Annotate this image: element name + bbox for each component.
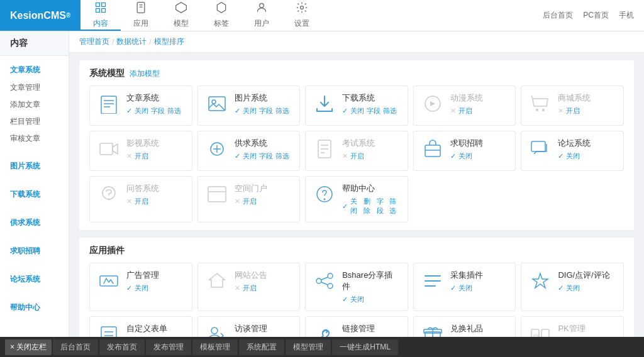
nav-item-内容[interactable]: 内容 (80, 0, 121, 31)
bottom-item-发布首页[interactable]: 发布首页 (99, 339, 145, 355)
status-字段[interactable]: 字段 (377, 197, 387, 216)
check-icon: ✓ (126, 284, 132, 292)
model-icon (175, 1, 187, 16)
sidebar-group-title-求职招聘[interactable]: 求职招聘 (0, 242, 69, 260)
card-图片系统[interactable]: 图片系统✓关闭字段筛选 (197, 85, 301, 126)
card-帮助中心[interactable]: 帮助中心✓关闭删除字段筛选 (305, 176, 408, 222)
card-DIG/点评/评论[interactable]: DIG/点评/评论✓关闭 (521, 263, 624, 311)
card-空间门户[interactable]: 空间门户✕开启 (197, 176, 301, 222)
card-status: ✕开启 (342, 151, 400, 161)
add-model-link[interactable]: 添加模型 (130, 69, 160, 79)
card-求职招聘[interactable]: 求职招聘✓关闭 (413, 131, 516, 171)
status-关闭[interactable]: 关闭 (350, 106, 364, 116)
sidebar-group: 求职招聘 (0, 237, 69, 265)
status-删除[interactable]: 删除 (364, 197, 374, 216)
status-关闭[interactable]: 关闭 (458, 283, 472, 293)
status-开启[interactable]: 开启 (350, 151, 364, 161)
status-关闭[interactable]: 关闭 (566, 151, 580, 161)
status-字段[interactable]: 字段 (151, 106, 165, 116)
card-访谈管理[interactable]: 访谈管理✓关闭 (197, 316, 301, 337)
card-兑换礼品[interactable]: 兑换礼品✓关闭 (413, 316, 516, 337)
status-开启[interactable]: 开启 (243, 283, 257, 293)
nav-item-设置[interactable]: 设置 (282, 0, 322, 31)
card-考试系统[interactable]: 考试系统✕开启 (305, 131, 408, 171)
card-影视系统[interactable]: 影视系统✕开启 (89, 131, 192, 171)
card-动漫系统[interactable]: 动漫系统✕开启 (413, 85, 516, 126)
sidebar-group-title-论坛系统[interactable]: 论坛系统 (0, 270, 69, 288)
user-icon (255, 1, 268, 16)
card-status: ✕开启 (126, 197, 184, 206)
check-icon: ✓ (342, 295, 348, 304)
nav-right: 后台首页PC首页手机 (533, 0, 644, 31)
card-PK管理[interactable]: PKPK管理✕开启 (521, 316, 624, 337)
sidebar-group-title-图片系统[interactable]: 图片系统 (0, 157, 69, 175)
card-name: 考试系统 (342, 138, 400, 149)
card-供求系统[interactable]: 供求系统✓关闭字段筛选 (197, 131, 301, 171)
close-left-btn[interactable]: × 关闭左栏 (5, 339, 52, 355)
card-下载系统[interactable]: 下载系统✓关闭字段筛选 (305, 85, 408, 126)
card-文章系统[interactable]: 文章系统✓关闭字段筛选 (89, 85, 192, 126)
status-筛选[interactable]: 筛选 (383, 106, 397, 116)
cross-icon: ✕ (558, 107, 564, 115)
bottom-item-一键生成HTML[interactable]: 一键生成HTML (332, 339, 398, 355)
nav-item-用户[interactable]: 用户 (242, 0, 282, 31)
status-筛选[interactable]: 筛选 (389, 197, 400, 216)
bottom-item-后台首页[interactable]: 后台首页 (53, 339, 98, 355)
nav-right-后台首页[interactable]: 后台首页 (543, 10, 573, 21)
status-筛选[interactable]: 筛选 (275, 151, 289, 161)
card-采集插件[interactable]: 采集插件✓关闭 (413, 263, 516, 311)
card-Bshare分享插件[interactable]: Bshare分享插件✓关闭 (305, 263, 408, 311)
status-关闭[interactable]: 关闭 (135, 283, 148, 293)
sidebar-item-栏目管理[interactable]: 栏目管理 (0, 113, 69, 130)
systems-section: 系统模型 添加模型 文章系统✓关闭字段筛选图片系统✓关闭字段筛选下载系统✓关闭字… (79, 60, 634, 230)
sidebar-group-title-帮助中心[interactable]: 帮助中心 (0, 299, 69, 317)
nav-item-标签[interactable]: 标签 (201, 0, 242, 31)
status-关闭[interactable]: 关闭 (243, 151, 257, 161)
card-问答系统[interactable]: 问答系统✕开启 (89, 176, 192, 222)
bottom-item-系统配置[interactable]: 系统配置 (239, 339, 284, 355)
sidebar-group-title-供求系统[interactable]: 供求系统 (0, 214, 69, 232)
status-开启[interactable]: 开启 (243, 197, 257, 206)
status-关闭[interactable]: 关闭 (566, 283, 580, 293)
card-论坛系统[interactable]: 论坛系统✓关闭 (521, 131, 624, 171)
status-字段[interactable]: 字段 (259, 106, 273, 116)
nav-item-应用[interactable]: 应用 (121, 0, 161, 31)
sidebar-item-文章管理[interactable]: 文章管理 (0, 79, 69, 96)
status-关闭[interactable]: 关闭 (350, 197, 361, 216)
card-status: ✓关闭字段筛选 (235, 151, 292, 161)
status-关闭[interactable]: 关闭 (350, 295, 364, 304)
bottom-item-模板管理[interactable]: 模板管理 (192, 339, 238, 355)
card-自定义表单[interactable]: 自定义表单✓关闭 (89, 316, 192, 337)
status-开启[interactable]: 开启 (566, 106, 580, 116)
nav-right-手机[interactable]: 手机 (619, 10, 634, 21)
card-商城系统[interactable]: 商城系统✕开启 (521, 85, 624, 126)
sidebar-item-审核文章[interactable]: 审核文章 (0, 130, 69, 147)
status-筛选[interactable]: 筛选 (275, 106, 289, 116)
card-status: ✕开启 (450, 106, 508, 116)
status-开启[interactable]: 开启 (458, 106, 472, 116)
status-筛选[interactable]: 筛选 (167, 106, 181, 116)
sidebar-group-title-下载系统[interactable]: 下载系统 (0, 185, 69, 204)
status-开启[interactable]: 开启 (135, 151, 148, 161)
sidebar-item-添加文章[interactable]: 添加文章 (0, 96, 69, 113)
status-关闭[interactable]: 关闭 (243, 106, 257, 116)
status-字段[interactable]: 字段 (367, 106, 380, 116)
card-广告管理[interactable]: 广告管理✓关闭 (89, 263, 192, 311)
shop-icon (529, 92, 552, 115)
breadcrumb-item-0[interactable]: 管理首页 (79, 36, 109, 47)
card-name: 下载系统 (342, 92, 400, 104)
status-开启[interactable]: 开启 (135, 197, 148, 206)
card-网站公告[interactable]: 网站公告✕开启 (197, 263, 301, 311)
bottom-item-发布管理[interactable]: 发布管理 (146, 339, 191, 355)
cross-icon: ✕ (342, 152, 348, 160)
nav-right-PC首页[interactable]: PC首页 (583, 10, 609, 21)
nav-item-模型[interactable]: 模型 (161, 0, 201, 31)
breadcrumb-item-1[interactable]: 数据统计 (116, 36, 147, 47)
status-关闭[interactable]: 关闭 (458, 151, 472, 161)
status-关闭[interactable]: 关闭 (135, 106, 148, 116)
svg-rect-29 (531, 141, 545, 151)
status-字段[interactable]: 字段 (259, 151, 273, 161)
card-链接管理[interactable]: 链接管理✓关闭 (305, 316, 408, 337)
bottom-item-模型管理[interactable]: 模型管理 (286, 339, 331, 355)
cross-icon: ✕ (126, 197, 132, 206)
